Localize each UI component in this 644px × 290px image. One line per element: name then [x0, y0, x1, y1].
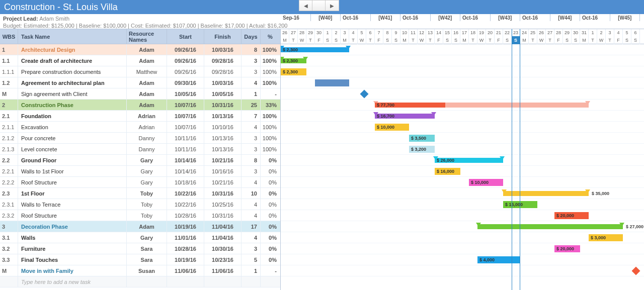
cell-resource: Adam: [127, 55, 167, 66]
gantt-row[interactable]: $ 3,500: [281, 133, 644, 144]
table-row[interactable]: 2.1FoundationAdrian10/07/1610/13/167100%: [0, 111, 280, 122]
table-row[interactable]: 1.1Create draft of architectureAdam09/26…: [0, 55, 280, 66]
cell-days: 3: [242, 55, 261, 66]
task-bar[interactable]: $ 3,000: [589, 234, 623, 241]
col-wbs[interactable]: WBS: [0, 29, 18, 44]
gantt-row[interactable]: $ 20,000: [281, 243, 644, 254]
day-num: 12: [418, 29, 426, 36]
day-of-week: S: [631, 36, 640, 44]
table-row[interactable]: 2.31st FloorToby10/22/1610/31/16100%: [0, 188, 280, 199]
day-num: 24: [520, 29, 529, 36]
gantt-row[interactable]: [281, 265, 644, 276]
table-row[interactable]: 2.1.2Pour concreteDanny10/11/1610/13/163…: [0, 133, 280, 144]
day-of-week: F: [375, 36, 383, 44]
cell-finish: 10/31/16: [204, 210, 242, 221]
gantt-row[interactable]: $ 2,300: [281, 44, 644, 55]
gantt-row[interactable]: $ 16,000: [281, 166, 644, 177]
gantt-row[interactable]: $ 2,300: [281, 55, 644, 66]
gantt-row[interactable]: [281, 77, 644, 88]
cell-days: 8: [242, 155, 261, 165]
task-bar[interactable]: $ 20,000: [554, 245, 580, 252]
table-row[interactable]: 2.1.1ExcavationAdrian10/07/1610/10/16410…: [0, 122, 280, 133]
day-of-week: M: [281, 36, 289, 44]
milestone-diamond[interactable]: [360, 90, 369, 99]
table-row[interactable]: 2.2Ground FloorGary10/14/1610/21/1680%: [0, 155, 280, 166]
table-row[interactable]: 3Decoration PhaseAdam10/19/1611/04/16170…: [0, 221, 280, 232]
add-task-row[interactable]: Type here to add a new task: [0, 276, 280, 287]
task-bar[interactable]: $ 16,000: [435, 168, 460, 175]
gantt-row[interactable]: $ 3,000: [281, 232, 644, 243]
gantt-row[interactable]: $ 10,000: [281, 177, 644, 188]
day-of-week: S: [623, 36, 631, 44]
day-of-week: W: [537, 36, 546, 44]
task-bar[interactable]: [315, 79, 349, 86]
table-row[interactable]: 1.1.1Prepare construction documentsMatth…: [0, 66, 280, 77]
cell-finish: 10/10/16: [204, 122, 242, 132]
month-label: Oct-16: [520, 14, 550, 21]
col-resource[interactable]: Resource Names: [127, 29, 167, 44]
cell-days: 8: [242, 44, 261, 55]
gantt-row[interactable]: $ 16,700: [281, 111, 644, 122]
col-pct[interactable]: %: [261, 29, 280, 44]
table-row[interactable]: 2Construction PhaseAdam10/07/1610/31/162…: [0, 100, 280, 111]
task-bar[interactable]: $ 10,000: [469, 179, 503, 186]
cell-resource: Adam: [127, 44, 167, 55]
gantt-row[interactable]: $ 35,000: [281, 188, 644, 199]
gantt-row[interactable]: $ 10,000: [281, 122, 644, 133]
task-bar[interactable]: $ 3,200: [409, 146, 435, 153]
col-days[interactable]: Days: [242, 29, 261, 44]
day-num: 28: [554, 29, 563, 36]
gantt-row[interactable]: $ 20,000: [281, 210, 644, 221]
task-bar[interactable]: $ 4,000: [477, 256, 520, 263]
day-of-week: F: [495, 36, 503, 44]
gantt-row[interactable]: $ 15,000: [281, 199, 644, 210]
pager-next[interactable]: ▶: [326, 1, 339, 11]
table-row[interactable]: 2.3.1Walls to TerraceToby10/22/1610/25/1…: [0, 199, 280, 210]
cell-start: 10/28/16: [167, 210, 204, 221]
pager-today[interactable]: [312, 1, 326, 11]
col-finish[interactable]: Finish: [204, 29, 242, 44]
gantt-row[interactable]: $ 77,700: [281, 100, 644, 111]
gantt-chart[interactable]: 2627282930123456789101112131415161718192…: [281, 29, 644, 290]
summary-bar[interactable]: [477, 224, 623, 229]
gantt-row[interactable]: $ 27,000: [281, 221, 644, 232]
table-row[interactable]: 3.2FurnitureSara10/28/1610/30/1630%: [0, 243, 280, 254]
cell-resource: Gary: [127, 166, 167, 176]
table-row[interactable]: 3.1WallsGary11/01/1611/04/1640%: [0, 232, 280, 243]
gantt-row[interactable]: $ 4,000: [281, 254, 644, 265]
day-num: 8: [383, 29, 392, 36]
gantt-row[interactable]: $ 3,200: [281, 144, 644, 155]
day-num: 19: [477, 29, 486, 36]
task-bar[interactable]: $ 2,300: [281, 68, 306, 75]
col-task[interactable]: Task Name: [18, 29, 127, 44]
table-row[interactable]: 2.2.1Walls to 1st FloorGary10/14/1610/16…: [0, 166, 280, 177]
cell-wbs: 2: [0, 100, 18, 110]
col-start[interactable]: Start: [167, 29, 204, 44]
table-row[interactable]: MSign agreement with ClientAdam10/05/161…: [0, 88, 280, 100]
day-of-week: M: [460, 36, 469, 44]
cell-start: 10/22/16: [167, 199, 204, 210]
table-row[interactable]: 3.3Final TouchesSara10/19/1610/23/1650%: [0, 254, 280, 265]
gantt-row[interactable]: $ 2,300: [281, 66, 644, 77]
table-row[interactable]: 1Architectural DesignAdam09/26/1610/03/1…: [0, 44, 280, 55]
summary-bar[interactable]: [503, 191, 589, 196]
task-bar[interactable]: $ 15,000: [503, 201, 537, 208]
milestone-diamond[interactable]: [632, 267, 640, 275]
gantt-row[interactable]: [281, 88, 644, 100]
day-num: 11: [409, 29, 418, 36]
table-row[interactable]: 1.2Agreement to architectural planAdam09…: [0, 77, 280, 88]
table-row[interactable]: 2.2.2Roof StructureGary10/18/1610/21/164…: [0, 177, 280, 188]
task-bar[interactable]: $ 3,500: [409, 135, 435, 142]
cell-days: 4: [242, 77, 261, 88]
table-row[interactable]: 2.1.3Level concreteDanny10/11/1610/13/16…: [0, 144, 280, 155]
pager-prev[interactable]: ◀: [299, 1, 312, 11]
day-num: 13: [426, 29, 435, 36]
day-of-week: M: [341, 36, 349, 44]
table-row[interactable]: MMove in with FamilySusan11/06/1611/06/1…: [0, 265, 280, 276]
task-bar[interactable]: $ 20,000: [554, 212, 589, 219]
cell-days: 4: [242, 232, 261, 243]
gantt-row[interactable]: $ 26,000: [281, 155, 644, 166]
cell-resource: Matthew: [127, 66, 167, 77]
task-bar[interactable]: $ 10,000: [375, 124, 409, 131]
table-row[interactable]: 2.3.2Roof StructureToby10/28/1610/31/164…: [0, 210, 280, 221]
